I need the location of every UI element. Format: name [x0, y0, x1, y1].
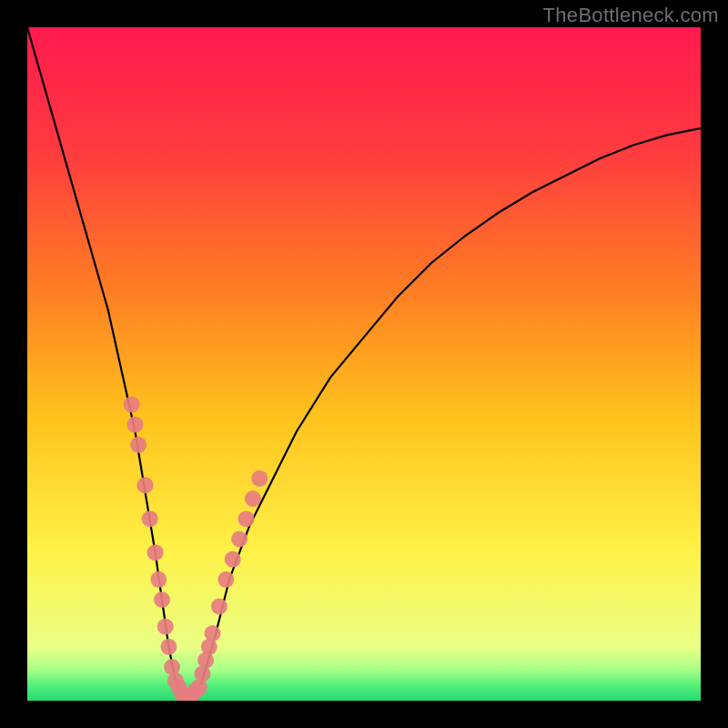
attribution-label: TheBottleneck.com	[543, 4, 719, 27]
curve-layer	[27, 27, 701, 701]
data-marker	[251, 470, 268, 487]
data-marker	[217, 571, 234, 588]
data-marker	[238, 511, 255, 527]
data-marker	[130, 437, 147, 453]
data-marker	[245, 490, 261, 507]
data-marker	[147, 544, 164, 561]
plot-area	[27, 27, 701, 701]
chart-frame: TheBottleneck.com	[0, 0, 728, 728]
data-marker	[150, 571, 167, 588]
data-marker	[157, 619, 174, 635]
data-marker	[231, 531, 248, 547]
data-marker	[160, 639, 177, 655]
data-marker	[137, 477, 154, 493]
bottleneck-curve	[27, 27, 701, 701]
data-marker	[124, 396, 140, 412]
data-marker	[126, 417, 143, 433]
data-marker	[211, 598, 228, 614]
data-marker	[205, 625, 221, 642]
data-marker	[154, 592, 170, 608]
right-branch-markers	[181, 470, 268, 701]
data-marker	[225, 551, 241, 568]
left-branch-markers	[124, 396, 194, 701]
data-marker	[142, 511, 158, 527]
